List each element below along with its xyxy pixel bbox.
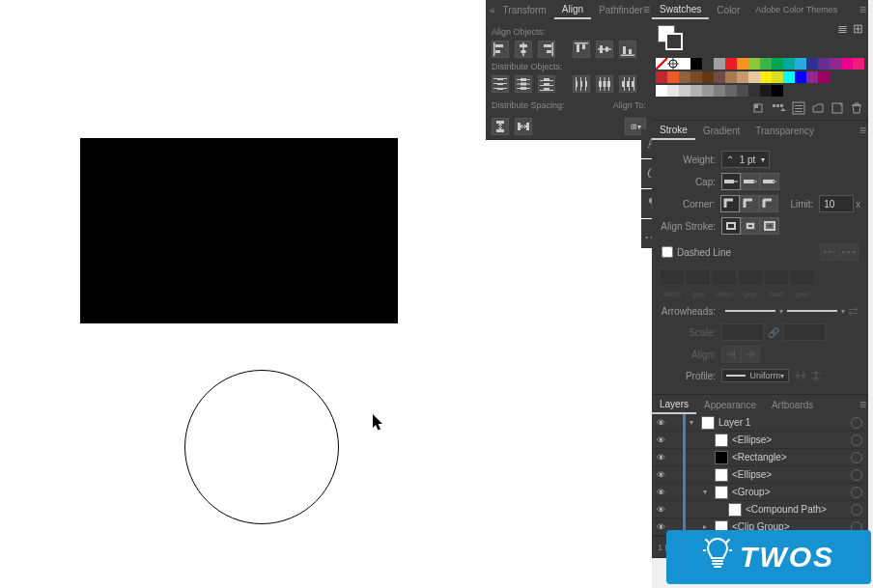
cap-round-button[interactable] [741, 173, 760, 190]
tab-pathfinder[interactable]: Pathfinder [591, 2, 651, 18]
tab-swatches[interactable]: Swatches [652, 1, 709, 19]
swatch-color[interactable] [841, 58, 853, 70]
arrow-align-end-button[interactable] [741, 346, 760, 363]
layer-name[interactable]: Layer 1 [718, 417, 851, 428]
visibility-toggle-icon[interactable]: 👁 [652, 488, 669, 497]
swatch-color[interactable] [830, 58, 841, 70]
distribute-hcenter-button[interactable] [596, 75, 613, 93]
profile-flip-along-button[interactable] [808, 368, 824, 383]
layer-row[interactable]: 👁<Compound Path> [652, 501, 868, 518]
swatches-grid-view-button[interactable]: ⊞ [851, 21, 864, 35]
distribute-left-button[interactable] [573, 75, 590, 93]
swatch-color[interactable] [772, 71, 783, 83]
stroke-menu-icon[interactable]: ≡ [859, 124, 866, 137]
layer-row[interactable]: 👁<Rectangle> [652, 449, 868, 466]
swatch-color[interactable] [679, 58, 690, 70]
align-stroke-center-button[interactable] [721, 217, 741, 235]
tab-layers[interactable]: Layers [652, 396, 696, 414]
swatch-gray[interactable] [737, 85, 748, 97]
tab-gradient[interactable]: Gradient [695, 123, 747, 139]
swatch-gray[interactable] [714, 85, 725, 97]
swatch-options-button[interactable] [791, 100, 806, 116]
visibility-toggle-icon[interactable]: 👁 [652, 505, 669, 515]
target-icon[interactable] [851, 417, 862, 429]
swap-arrowheads-button[interactable]: ⇄ [845, 303, 860, 319]
swatch-gray[interactable] [760, 85, 772, 97]
visibility-toggle-icon[interactable]: 👁 [652, 435, 669, 445]
swatch-color[interactable] [667, 71, 679, 83]
tab-transform[interactable]: Transform [495, 2, 554, 18]
swatch-color[interactable] [656, 71, 667, 83]
gap-field-3[interactable] [790, 268, 815, 286]
swatch-color[interactable] [690, 58, 702, 70]
arrowhead-start-dropdown[interactable] [725, 305, 775, 317]
new-swatch-button[interactable] [830, 100, 845, 116]
swatch-color[interactable] [783, 58, 795, 70]
arrow-scale-end-input[interactable] [783, 323, 826, 341]
tab-align[interactable]: Align [554, 1, 591, 19]
target-icon[interactable] [851, 452, 862, 463]
expand-toggle-icon[interactable]: ▾ [686, 418, 697, 427]
limit-input[interactable]: 10 [819, 195, 854, 212]
swatch-color[interactable] [737, 71, 748, 83]
new-color-group-button[interactable] [810, 100, 826, 116]
swatch-color[interactable] [795, 58, 806, 70]
swatch-color[interactable] [748, 58, 760, 70]
swatch-gray[interactable] [702, 85, 714, 97]
target-icon[interactable] [851, 469, 862, 481]
align-top-button[interactable] [573, 41, 590, 58]
tab-artboards[interactable]: Artboards [764, 397, 821, 413]
corner-miter-button[interactable] [720, 195, 740, 212]
layer-name[interactable]: <Ellipse> [732, 469, 851, 480]
swatch-gray[interactable] [679, 85, 690, 97]
swatch-gray[interactable] [725, 85, 737, 97]
align-left-button[interactable] [492, 41, 509, 58]
distribute-bottom-button[interactable] [538, 75, 555, 93]
swatch-gray[interactable] [656, 85, 667, 97]
visibility-toggle-icon[interactable]: 👁 [652, 522, 669, 532]
swatch-color[interactable] [853, 58, 864, 70]
swatch-color[interactable] [690, 71, 702, 83]
align-vcenter-button[interactable] [596, 41, 613, 58]
swatch-gray[interactable] [667, 85, 679, 97]
align-hcenter-button[interactable] [515, 41, 532, 58]
panel-menu-icon[interactable]: ≡ [643, 3, 650, 16]
tab-color[interactable]: Color [709, 2, 747, 18]
swatch-gray[interactable] [748, 85, 760, 97]
distribute-vspacing-button[interactable] [492, 118, 509, 135]
layer-name[interactable]: <Rectangle> [732, 452, 851, 462]
swatch-libraries-menu-button[interactable] [772, 100, 787, 116]
distribute-hspacing-button[interactable] [515, 118, 532, 135]
distribute-right-button[interactable] [619, 75, 636, 93]
align-stroke-outside-button[interactable] [760, 217, 779, 235]
swatch-color[interactable] [806, 58, 818, 70]
swatch-color[interactable] [806, 71, 818, 83]
swatch-color[interactable] [714, 71, 725, 83]
fill-stroke-indicator[interactable] [658, 25, 685, 52]
tab-appearance[interactable]: Appearance [696, 397, 764, 413]
align-stroke-inside-button[interactable] [741, 217, 760, 235]
corner-bevel-button[interactable] [759, 195, 778, 212]
profile-flip-across-button[interactable] [793, 368, 808, 383]
visibility-toggle-icon[interactable]: 👁 [652, 470, 669, 480]
profile-dropdown[interactable]: Uniform ▾ [721, 369, 789, 382]
align-right-button[interactable] [538, 41, 555, 58]
dash-field-1[interactable] [660, 268, 685, 286]
gap-field-1[interactable] [686, 268, 711, 286]
swatch-color[interactable] [748, 71, 760, 83]
swatch-color[interactable] [714, 58, 725, 70]
distribute-top-button[interactable] [492, 75, 509, 93]
layer-row[interactable]: 👁<Ellipse> [652, 466, 868, 484]
swatches-list-view-button[interactable]: ≣ [835, 21, 849, 35]
gap-field-2[interactable] [738, 268, 763, 286]
swatch-color[interactable] [702, 58, 714, 70]
swatch-color[interactable] [760, 71, 772, 83]
ellipse-shape[interactable] [184, 370, 339, 524]
visibility-toggle-icon[interactable]: 👁 [652, 453, 669, 462]
visibility-toggle-icon[interactable]: 👁 [652, 418, 669, 428]
arrow-scale-start-input[interactable] [721, 323, 764, 341]
tab-stroke[interactable]: Stroke [652, 122, 695, 140]
target-icon[interactable] [851, 487, 862, 498]
layer-row[interactable]: 👁<Ellipse> [652, 432, 868, 449]
arrow-align-tip-button[interactable] [721, 346, 741, 363]
